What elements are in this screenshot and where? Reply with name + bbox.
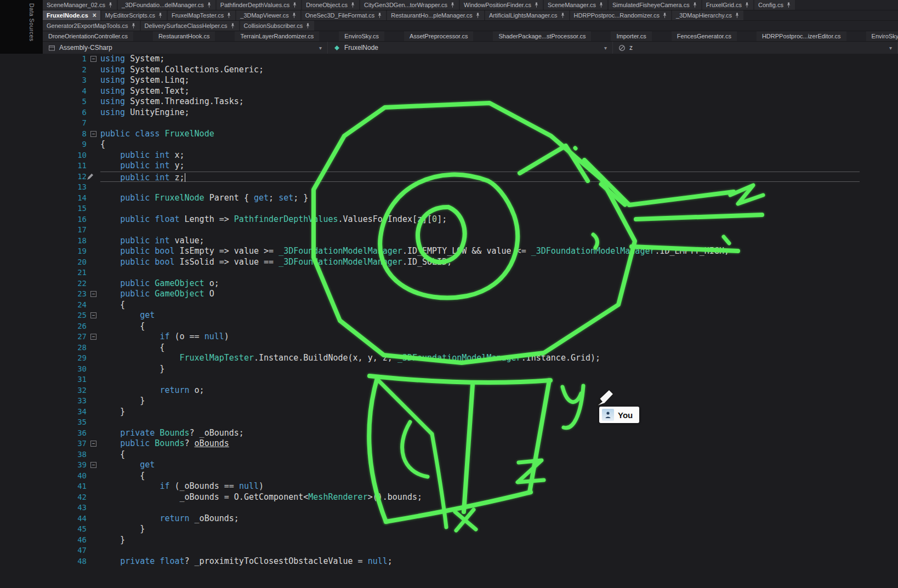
file-tab[interactable]: MyEditorScripts.cs [101,10,167,20]
code-line[interactable]: 12 public int z; [0,172,898,182]
member-dropdown[interactable]: z ▾ [613,42,898,54]
file-tab[interactable]: ShaderPackage...stProcessor.cs [493,31,591,41]
data-sources-tool-tab[interactable]: Data Sources [29,3,35,42]
code-line[interactable]: 27− if (o == null) [0,332,898,342]
pin-icon[interactable] [207,2,212,8]
file-tab[interactable]: AssetPreprocessor.cs [404,31,473,41]
fold-marker-icon[interactable]: − [90,334,96,340]
code-line[interactable]: 13 [0,182,898,193]
pin-icon[interactable] [226,13,231,19]
pin-icon[interactable] [292,2,297,8]
code-line[interactable]: 39− get [0,460,898,471]
code-line[interactable]: 16 public float Length => PathfinderDept… [0,214,898,225]
code-line[interactable]: 17 [0,225,898,236]
code-line[interactable]: 37− public Bounds? oBounds [0,438,898,449]
pin-icon[interactable] [475,13,480,19]
code-line[interactable]: 19 public bool IsEmpty => value >= _3DFo… [0,246,898,257]
file-tab[interactable]: FruxelMapTester.cs [168,10,235,20]
pin-icon[interactable] [350,2,355,8]
code-line[interactable]: 5using System.Threading.Tasks; [0,96,898,107]
file-tab[interactable]: SceneManager.cs [544,0,607,10]
code-line[interactable]: 26 { [0,321,898,332]
file-tab[interactable]: FencesGenerator.cs [672,31,737,41]
file-tab[interactable]: EnviroSky.cs [339,31,384,41]
code-line[interactable]: 28 { [0,342,898,353]
fold-marker-icon[interactable]: − [90,291,96,297]
code-line[interactable]: 8−public class FruxelNode [0,129,898,140]
pin-icon[interactable] [158,13,163,19]
code-line[interactable]: 30 } [0,364,898,375]
fold-marker-icon[interactable]: − [90,56,96,62]
code-line[interactable]: 14 public FruxelNode Parent { get; set; … [0,193,898,204]
pin-icon[interactable] [599,2,604,8]
file-tab[interactable]: _3DMapViewer.cs [236,10,300,20]
file-tab[interactable]: RestaurantHo...pleManager.cs [387,10,484,20]
file-tab[interactable]: DroneObject.cs [302,0,359,10]
pin-icon[interactable] [292,13,297,19]
pin-icon[interactable] [662,13,667,19]
fold-marker-icon[interactable]: − [90,462,96,468]
code-line[interactable]: 2using System.Collections.Generic; [0,65,898,76]
file-tab[interactable]: RestaurantHook.cs [153,31,215,41]
code-editor[interactable]: 1−using System;2using System.Collections… [0,54,898,588]
code-line[interactable]: 20 public bool IsSolid => value == _3DFo… [0,257,898,268]
code-line[interactable]: 43 [0,503,898,513]
code-line[interactable]: 22 public GameObject o; [0,278,898,289]
file-tab[interactable]: HDRPPostproc...Randomizer.cs [570,10,672,20]
code-line[interactable]: 6using UnityEngine; [0,107,898,118]
code-line[interactable]: 40 { [0,471,898,482]
pin-icon[interactable] [108,2,113,8]
file-tab[interactable]: HDRPPostproc...izerEditor.cs [757,31,846,41]
project-dropdown[interactable]: Assembly-CSharp ▾ [43,42,328,54]
code-line[interactable]: 4using System.Text; [0,86,898,97]
file-tab[interactable]: EnviroSkyMgr.cs [866,31,898,41]
code-line[interactable]: 23− public GameObject O [0,289,898,300]
code-line[interactable]: 15 [0,203,898,214]
file-tab[interactable]: SceneManager_02.cs [43,0,117,10]
code-line[interactable]: 25− get [0,310,898,321]
file-tab[interactable]: ArtificialLightsManager.cs [485,10,569,20]
pin-icon[interactable] [131,23,136,29]
code-line[interactable]: 11 public int y; [0,161,898,172]
file-tab[interactable]: TerrainLayerRandomizer.cs [235,31,319,41]
code-line[interactable]: 46 } [0,535,898,546]
code-line[interactable]: 31 [0,374,898,385]
code-line[interactable]: 45 } [0,524,898,535]
pin-icon[interactable] [534,2,539,8]
file-tab[interactable]: FruxelGrid.cs [702,0,753,10]
pin-icon[interactable] [735,13,740,19]
pin-icon[interactable] [230,23,235,29]
code-line[interactable]: 42 _oBounds = O.GetComponent<MeshRendere… [0,492,898,503]
code-line[interactable]: 41 if (_oBounds == null) [0,481,898,492]
pin-icon[interactable] [560,13,565,19]
pin-icon[interactable] [450,2,455,8]
code-line[interactable]: 3using System.Linq; [0,75,898,86]
file-tab[interactable]: Importer.cs [611,31,651,41]
file-tab[interactable]: Config.cs [754,0,795,10]
file-tab[interactable]: DroneOrientationController.cs [43,31,133,41]
code-line[interactable]: 32 return o; [0,385,898,396]
file-tab[interactable]: FruxelNode.cs × [43,10,100,20]
type-dropdown[interactable]: FruxelNode ▾ [328,42,613,54]
file-tab[interactable]: SimulatedFisheyeCamera.cs [609,0,701,10]
code-line[interactable]: 10 public int x; [0,150,898,161]
code-line[interactable]: 7 [0,118,898,129]
code-line[interactable]: 18 public int value; [0,236,898,247]
fold-marker-icon[interactable]: − [90,312,96,318]
code-line[interactable]: 29 FruxelMapTester.Instance.BuildNode(x,… [0,353,898,364]
code-line[interactable]: 24 { [0,300,898,311]
fold-marker-icon[interactable]: − [90,441,96,447]
pin-icon[interactable] [377,13,382,19]
code-line[interactable]: 47 [0,545,898,556]
code-line[interactable]: 1−using System; [0,54,898,65]
pin-icon[interactable] [692,2,697,8]
file-tab[interactable]: OneSec3D_FileFormat.cs [302,10,387,20]
pin-icon[interactable] [744,2,749,8]
pin-icon[interactable] [786,2,791,8]
code-line[interactable]: 21 [0,267,898,278]
file-tab[interactable]: _3DFoundatio...delManager.cs [118,0,215,10]
pin-icon[interactable] [305,23,310,29]
file-tab[interactable]: WindowPositionFinder.cs [460,0,543,10]
file-tab[interactable]: DeliverySurfaceClassHelper.cs [141,21,239,31]
file-tab[interactable]: Generator2ExportMapTools.cs [43,21,140,31]
